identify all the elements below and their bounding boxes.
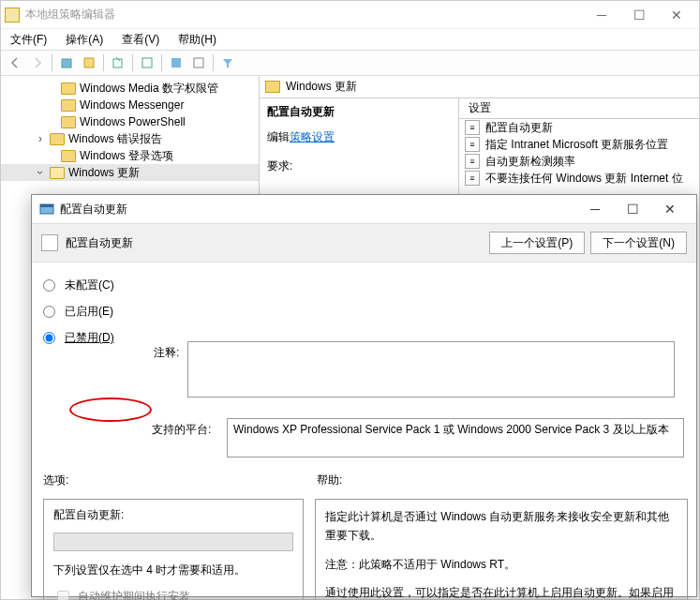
details-header: Windows 更新 [260, 76, 699, 98]
close-button[interactable]: ✕ [658, 2, 695, 28]
svg-rect-0 [62, 59, 71, 68]
policy-icon: ≡ [465, 137, 480, 152]
menubar: 文件(F) 操作(A) 查看(V) 帮助(H) [1, 29, 699, 50]
tree-item[interactable]: Windows Messenger [1, 97, 259, 113]
info-heading: 配置自动更新 [267, 104, 451, 120]
list-item[interactable]: ≡指定 Intranet Microsoft 更新服务位置 [459, 136, 699, 153]
maintenance-checkbox[interactable]: 自动维护期间执行安装 [53, 588, 293, 600]
platform-box: Windows XP Professional Service Pack 1 或… [227, 418, 684, 458]
help-box: 指定此计算机是否通过 Windows 自动更新服务来接收安全更新和其他重要下载。… [315, 499, 688, 600]
svg-rect-4 [171, 58, 181, 68]
options-box: 配置自动更新: 下列设置仅在选中 4 时才需要和适用。 自动维护期间执行安装 计… [43, 499, 304, 600]
radio-disabled[interactable]: 已禁用(D) [43, 324, 141, 351]
folder-icon [61, 82, 76, 95]
tree-item-selected[interactable]: ›Windows 更新 [1, 164, 259, 181]
help-label: 帮助: [317, 472, 342, 488]
dialog-title: 配置自动更新 [60, 202, 576, 218]
radio-not-configured[interactable]: 未配置(C) [43, 272, 141, 298]
policy-icon [41, 234, 58, 251]
options-label: 选项: [43, 472, 317, 488]
tree-item[interactable]: Windows PowerShell [1, 113, 259, 130]
dialog-titlebar: 配置自动更新 ─ ☐ ✕ [32, 195, 696, 223]
main-titlebar: 本地组策略编辑器 ─ ☐ ✕ [1, 1, 699, 29]
dialog-maximize-button[interactable]: ☐ [614, 197, 651, 221]
edit-policy-link[interactable]: 策略设置 [290, 130, 335, 143]
options-note: 下列设置仅在选中 4 时才需要和适用。 [53, 562, 293, 578]
menu-action[interactable]: 操作(A) [60, 30, 109, 50]
comment-label: 注释: [154, 345, 179, 361]
maximize-button[interactable]: ☐ [620, 2, 658, 28]
svg-rect-5 [194, 58, 203, 68]
radio-enabled[interactable]: 已启用(E) [43, 298, 141, 324]
folder-icon [61, 150, 76, 162]
properties-button[interactable] [188, 52, 209, 73]
dialog-close-button[interactable]: ✕ [651, 197, 689, 221]
policy-icon: ≡ [465, 120, 480, 135]
tree-item[interactable]: Windows 登录选项 [1, 147, 259, 164]
prev-setting-button[interactable]: 上一个设置(P) [489, 232, 585, 254]
dialog-icon [39, 202, 54, 217]
back-button[interactable] [5, 52, 25, 73]
requirements-label: 要求: [267, 158, 451, 174]
list-item[interactable]: ≡自动更新检测频率 [459, 153, 699, 170]
platform-label: 支持的平台: [152, 422, 211, 438]
svg-rect-7 [40, 204, 53, 207]
toolbar [1, 50, 699, 76]
list-item[interactable]: ≡配置自动更新 [459, 119, 699, 136]
folder-open-icon [50, 167, 65, 179]
app-icon [5, 8, 20, 22]
tree-item[interactable]: ›Windows 错误报告 [1, 130, 259, 147]
folder-icon [265, 81, 280, 93]
svg-rect-2 [113, 59, 122, 68]
list-item[interactable]: ≡不要连接任何 Windows 更新 Internet 位 [459, 170, 699, 187]
dialog-toolbar-label: 配置自动更新 [66, 235, 484, 251]
filter-button[interactable] [217, 52, 238, 73]
folder-icon [61, 116, 76, 128]
svg-rect-3 [142, 58, 152, 68]
menu-file[interactable]: 文件(F) [5, 30, 52, 50]
svg-rect-1 [84, 58, 94, 68]
up-button[interactable] [56, 52, 77, 73]
update-mode-select[interactable] [53, 532, 293, 551]
highlight-ellipse [69, 398, 152, 422]
help-button[interactable] [166, 52, 186, 73]
folder-icon [61, 99, 76, 112]
export-button[interactable] [108, 52, 128, 73]
policy-icon: ≡ [465, 154, 480, 169]
refresh-button[interactable] [137, 52, 157, 73]
menu-help[interactable]: 帮助(H) [172, 30, 222, 50]
dialog-toolbar: 配置自动更新 上一个设置(P) 下一个设置(N) [32, 223, 696, 262]
column-header[interactable]: 设置 [459, 98, 699, 119]
next-setting-button[interactable]: 下一个设置(N) [590, 232, 687, 254]
tree-item[interactable]: Windows Media 数字权限管 [1, 80, 259, 97]
policy-icon: ≡ [465, 171, 480, 186]
options-heading: 配置自动更新: [53, 507, 293, 523]
menu-view[interactable]: 查看(V) [116, 30, 165, 50]
policy-dialog: 配置自动更新 ─ ☐ ✕ 配置自动更新 上一个设置(P) 下一个设置(N) 未配… [31, 194, 697, 597]
window-title: 本地组策略编辑器 [25, 7, 583, 22]
forward-button[interactable] [27, 52, 48, 73]
comment-textarea[interactable] [187, 341, 675, 398]
list-button[interactable] [79, 52, 99, 73]
dialog-minimize-button[interactable]: ─ [576, 197, 614, 221]
folder-icon [50, 133, 65, 145]
minimize-button[interactable]: ─ [583, 2, 620, 28]
